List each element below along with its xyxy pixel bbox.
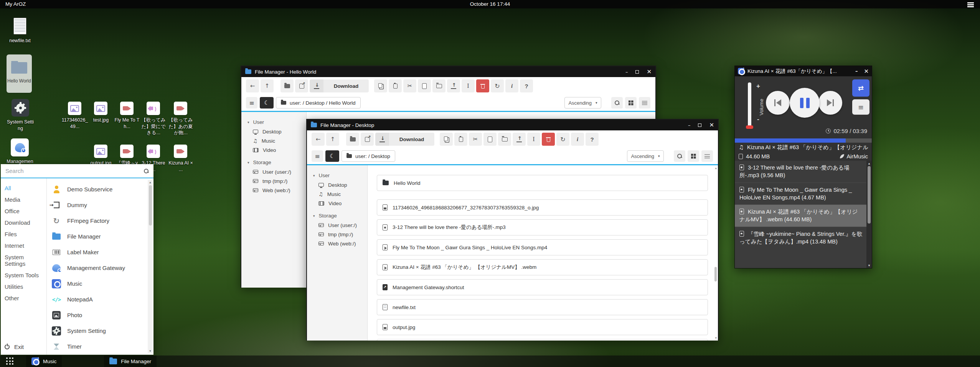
paste-button[interactable] [454,133,467,146]
app-item-system-setting[interactable]: System Setting [51,323,146,339]
volume-plus[interactable]: + [756,82,760,90]
desktop-icon-file[interactable] [120,102,134,115]
sidebar-item-music[interactable]: ♫Music [307,189,367,199]
file-row[interactable]: 3-12 There will be love there -愛のある場所-.m… [377,219,708,235]
sort-dropdown[interactable]: Ascending▾ [627,150,664,162]
file-row[interactable]: Management Gateway.shortcut [377,279,708,295]
sidebar-item-video[interactable]: Video [307,199,367,208]
file-row[interactable]: Kizuna AI × 花譜 #63 「かりそめ」 【オリジナルMV】 .web… [377,259,708,275]
sidebar-item-web-drive[interactable]: Web (web:/) [307,239,367,248]
playlist-scrollbar[interactable]: ▴ ▾ [866,161,872,268]
paste-button[interactable] [389,79,402,92]
grid-view-button[interactable] [688,150,699,162]
app-item-ffmpeg-factory[interactable]: ↻FFmpeg Factory [51,213,146,229]
search-button[interactable] [674,150,685,162]
category-files[interactable]: Files [1,228,46,240]
sidebar-item-desktop[interactable]: Desktop [307,180,367,189]
volume-minus[interactable]: - [757,115,759,123]
desktop-icon-system-setting[interactable] [12,99,29,117]
category-media[interactable]: Media [1,194,46,205]
category-all[interactable]: All [1,182,46,194]
titlebar[interactable]: Kizuna AI × 花譜 #63「かりそめ」【... – ✕ [735,66,872,76]
open-in-new-button[interactable] [295,79,308,92]
category-download[interactable]: Download [1,217,46,228]
volume-slider[interactable] [748,82,751,128]
app-item-timer[interactable]: Timer [51,339,146,354]
upload-button[interactable] [447,79,460,92]
playlist-toggle-button[interactable]: ≡ [852,99,869,115]
close-button[interactable]: ✕ [647,68,652,75]
help-button[interactable]: ? [520,79,533,92]
app-item-file-manager[interactable]: File Manager [51,229,146,244]
delete-button[interactable] [542,133,555,146]
hamburger-menu-icon[interactable] [967,2,974,3]
open-button[interactable] [346,133,359,146]
scroll-up-icon[interactable]: ▴ [866,161,872,165]
dark-mode-button[interactable]: ☾ [325,150,339,162]
rename-button[interactable]: I [462,79,475,92]
refresh-button[interactable]: ↻ [491,79,504,92]
app-item-notepada[interactable]: </>NotepadA [51,291,146,307]
scrollbar-thumb[interactable] [868,166,871,224]
dark-mode-button[interactable]: ☾ [260,97,274,109]
playlist-item[interactable]: Fly Me To The Moon _ Gawr Gura Sings _ H… [735,183,872,205]
copy-button[interactable] [440,133,453,146]
sidebar-section-user[interactable]: ▾User [307,171,367,180]
desktop-icon-file[interactable] [147,102,160,115]
menu-button[interactable]: ≡ [312,150,323,162]
sidebar-item-music[interactable]: ♫Music [241,136,306,145]
up-button[interactable]: ↑ [261,79,274,92]
progress-bar[interactable] [735,138,872,143]
list-view-button[interactable] [701,150,713,162]
refresh-button[interactable]: ↻ [556,133,569,146]
repeat-button[interactable]: ⇄ [852,79,869,97]
list-view-button[interactable] [639,97,650,109]
taskbar-item-music[interactable]: Music [26,355,62,367]
app-item-music[interactable]: Music [51,276,146,291]
info-button[interactable]: i [571,133,584,146]
breadcrumb[interactable]: user: / Desktop / Hello World [276,97,361,109]
sidebar-section-storage[interactable]: ▾Storage [241,158,306,167]
download-button[interactable]: Download [310,79,369,92]
scroll-down-icon[interactable]: ▾ [148,349,153,353]
sidebar-item-web-drive[interactable]: Web (web:/) [241,186,306,195]
exit-button[interactable]: Exit [5,344,24,350]
open-button[interactable] [280,79,294,92]
category-system-settings[interactable]: System Settings [1,251,46,269]
minimize-button[interactable]: – [855,68,858,74]
file-row[interactable]: Fly Me To The Moon _ Gawr Gura Sings _ H… [377,239,708,255]
copy-button[interactable] [374,79,387,92]
file-row[interactable]: System Setting.shortcut [377,339,708,341]
menu-button[interactable]: ≡ [246,97,257,109]
minimize-button[interactable]: – [688,122,691,128]
minimize-button[interactable]: – [625,69,628,75]
sidebar-item-tmp-drive[interactable]: tmp (tmp:/) [307,230,367,239]
app-item-photo[interactable]: Photo [51,307,146,323]
up-button[interactable]: ↑ [326,133,339,146]
desktop-icon-file[interactable] [174,102,187,115]
app-item-label-maker[interactable]: Label Maker [51,244,146,260]
cut-button[interactable]: ✂ [403,79,416,92]
rename-button[interactable]: I [527,133,540,146]
upload-button[interactable] [513,133,526,146]
cut-button[interactable]: ✂ [469,133,482,146]
search-button[interactable] [611,97,623,109]
category-system-tools[interactable]: System Tools [1,269,46,281]
sidebar-item-desktop[interactable]: Desktop [241,127,306,136]
maximize-button[interactable] [698,123,701,127]
file-row-folder[interactable]: Hello World [377,175,708,191]
scroll-up-icon[interactable]: ▴ [148,180,153,184]
close-button[interactable]: ✕ [709,122,714,128]
new-file-button[interactable] [418,79,431,92]
sort-dropdown[interactable]: Ascending▾ [564,97,601,109]
maximize-button[interactable] [635,70,639,74]
app-item-dummy[interactable]: Dummy [51,197,146,213]
new-file-button[interactable] [483,133,497,146]
previous-track-button[interactable] [766,91,790,115]
category-internet[interactable]: Internet [1,240,46,251]
volume-slider-thumb[interactable] [746,125,753,129]
scroll-down-icon[interactable]: ▾ [715,336,717,340]
scroll-down-icon[interactable]: ▾ [866,263,872,267]
sidebar-item-tmp-drive[interactable]: tmp (tmp:/) [241,176,306,186]
breadcrumb[interactable]: user: / Desktop [342,150,395,162]
